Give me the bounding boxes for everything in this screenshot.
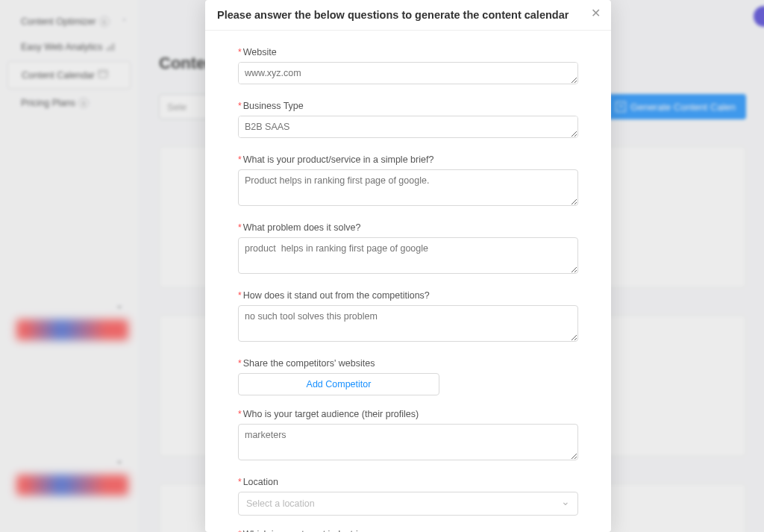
modal-header: Please answer the below questions to gen… [205, 0, 611, 31]
modal-body: *Website *Business Type *What is your pr… [205, 31, 611, 532]
field-business-type: *Business Type [238, 101, 578, 141]
modal-title: Please answer the below questions to gen… [217, 9, 578, 21]
field-label: *What problem does it solve? [238, 222, 578, 233]
field-label: *Which is your target industries [238, 529, 578, 532]
field-label: *Who is your target audience (their prof… [238, 409, 578, 419]
field-product-brief: *What is your product/service in a simpl… [238, 154, 578, 209]
location-select[interactable]: Select a location [238, 492, 578, 516]
add-competitor-button[interactable]: Add Competitor [238, 373, 439, 395]
business-type-input[interactable] [238, 116, 578, 138]
field-label: *How does it stand out from the competit… [238, 290, 578, 301]
field-label: *Share the competitors' websites [238, 358, 578, 369]
field-competitors: *Share the competitors' websites Add Com… [238, 358, 578, 395]
field-audience: *Who is your target audience (their prof… [238, 409, 578, 463]
field-problem: *What problem does it solve? [238, 222, 578, 277]
product-brief-input[interactable] [238, 169, 578, 206]
audience-input[interactable] [238, 424, 578, 460]
close-icon: ✕ [591, 7, 601, 19]
field-label: *Business Type [238, 101, 578, 111]
select-placeholder: Select a location [246, 498, 315, 509]
field-industries: *Which is your target industries [238, 529, 578, 532]
field-label: *Location [238, 477, 578, 487]
problem-input[interactable] [238, 237, 578, 274]
field-label: *What is your product/service in a simpl… [238, 154, 578, 165]
field-website: *Website [238, 47, 578, 87]
field-label: *Website [238, 47, 578, 57]
field-location: *Location Select a location [238, 477, 578, 516]
close-button[interactable]: ✕ [591, 7, 601, 19]
website-input[interactable] [238, 62, 578, 84]
standout-input[interactable] [238, 305, 578, 342]
generate-calendar-modal: Please answer the below questions to gen… [205, 0, 611, 532]
field-standout: *How does it stand out from the competit… [238, 290, 578, 345]
